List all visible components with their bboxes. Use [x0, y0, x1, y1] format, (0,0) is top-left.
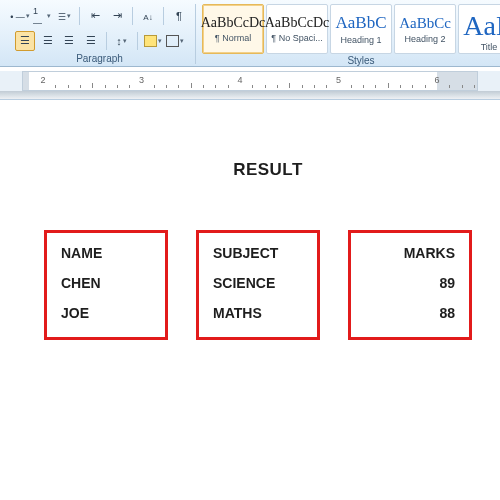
- style-title[interactable]: AaB Title: [458, 4, 500, 54]
- shading-button[interactable]: ▾: [143, 31, 163, 51]
- decrease-indent-button[interactable]: [85, 6, 105, 26]
- col-name: NAME CHEN JOE: [44, 230, 168, 340]
- bullets-button[interactable]: ▾: [10, 6, 30, 26]
- styles-group-label: Styles: [347, 54, 374, 66]
- col-marks: MARKS 89 88: [348, 230, 472, 340]
- doc-title: RESULT: [56, 160, 480, 180]
- ruler-area: 23456: [0, 71, 500, 100]
- paragraph-group-label: Paragraph: [76, 52, 123, 64]
- style-heading-2[interactable]: AaBbCc Heading 2: [394, 4, 456, 54]
- style-normal[interactable]: AaBbCcDc ¶ Normal: [202, 4, 264, 54]
- sort-button[interactable]: [138, 6, 158, 26]
- document-area[interactable]: RESULT NAME CHEN JOE SUBJECT SCIENCE MAT…: [0, 100, 500, 340]
- ribbon: ▾ ▾ ▾ ▾ ▾ ▾ Paragraph: [0, 0, 500, 67]
- styles-gallery[interactable]: AaBbCcDc ¶ Normal AaBbCcDc ¶ No Spaci...…: [202, 4, 500, 54]
- line-spacing-button[interactable]: ▾: [112, 31, 132, 51]
- show-paragraph-marks-button[interactable]: [169, 6, 189, 26]
- style-no-spacing[interactable]: AaBbCcDc ¶ No Spaci...: [266, 4, 328, 54]
- justify-button[interactable]: [81, 31, 101, 51]
- table-columns: NAME CHEN JOE SUBJECT SCIENCE MATHS MARK…: [20, 230, 480, 340]
- align-left-button[interactable]: [15, 31, 35, 51]
- align-right-button[interactable]: [59, 31, 79, 51]
- paragraph-group: ▾ ▾ ▾ ▾ ▾ ▾ Paragraph: [4, 4, 195, 64]
- styles-group: AaBbCcDc ¶ Normal AaBbCcDc ¶ No Spaci...…: [195, 4, 500, 64]
- multilevel-list-button[interactable]: ▾: [54, 6, 74, 26]
- increase-indent-button[interactable]: [107, 6, 127, 26]
- style-heading-1[interactable]: AaBbC Heading 1: [330, 4, 392, 54]
- col-subject: SUBJECT SCIENCE MATHS: [196, 230, 320, 340]
- numbering-button[interactable]: ▾: [32, 6, 52, 26]
- horizontal-ruler[interactable]: 23456: [22, 71, 478, 91]
- align-center-button[interactable]: [37, 31, 57, 51]
- borders-button[interactable]: ▾: [165, 31, 185, 51]
